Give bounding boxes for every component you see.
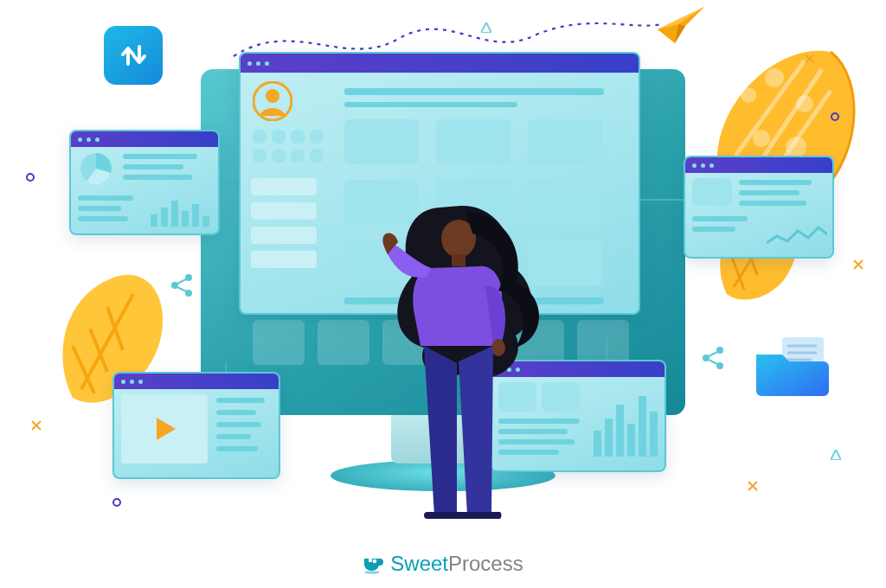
svg-point-49 [364,571,380,573]
svg-point-3 [741,87,756,103]
bar-chart-icon [151,195,211,228]
brand-text-sweet: Sweet [390,552,448,575]
brand-text-process: Process [448,552,523,575]
svg-line-33 [709,352,717,356]
swap-arrows-icon [116,38,151,73]
svg-rect-19 [594,431,601,457]
dashboard-tile[interactable] [344,119,419,164]
share-icon [170,273,194,297]
svg-rect-22 [627,424,635,457]
video-thumbnail[interactable] [121,394,208,463]
cross-icon [748,481,758,491]
svg-point-47 [369,559,373,563]
svg-rect-12 [171,201,178,227]
svg-rect-21 [616,405,624,457]
circle-icon [112,498,121,507]
triangle-icon [831,450,841,460]
svg-marker-46 [831,450,841,460]
svg-rect-24 [650,412,658,457]
dashboard-tile[interactable] [528,119,602,164]
circle-icon [831,112,839,121]
svg-point-17 [266,89,279,103]
cup-icon [363,555,385,579]
bar-chart-icon [594,386,658,458]
window-video[interactable] [112,372,280,479]
pie-chart-icon [78,150,114,187]
circle-icon [26,173,35,182]
dashboard-tile[interactable] [436,119,510,164]
svg-rect-10 [151,214,157,227]
cross-icon [805,54,815,64]
svg-point-5 [796,95,813,112]
share-icon [701,346,725,370]
svg-rect-23 [639,396,646,457]
illustration-stage: { "brand": { "part1": "Sweet", "part2": … [0,0,886,588]
svg-marker-42 [481,22,491,33]
cross-icon [31,420,42,431]
svg-point-48 [373,559,377,564]
brand-logo: SweetProcess [0,552,886,579]
svg-marker-18 [157,418,176,440]
person-illustration [363,190,554,519]
triangle-icon [481,22,491,33]
window-report[interactable] [684,156,834,259]
svg-point-43 [27,174,34,181]
svg-rect-13 [182,211,189,227]
sparkline-icon [767,222,827,252]
svg-rect-15 [202,216,209,227]
svg-rect-40 [452,254,465,266]
svg-point-45 [831,113,838,120]
folder-icon [753,337,831,398]
swap-badge [104,26,163,85]
svg-point-7 [786,137,806,157]
svg-rect-20 [605,419,613,457]
cross-icon [853,259,864,270]
window-analytics[interactable] [69,130,220,235]
svg-point-44 [113,499,120,506]
svg-point-4 [765,68,784,87]
svg-line-28 [177,279,186,284]
paper-plane-icon [656,5,706,45]
window-titlebar [71,131,218,147]
svg-point-41 [491,339,505,356]
svg-line-34 [709,360,717,364]
svg-rect-11 [161,208,168,227]
svg-rect-14 [192,204,199,227]
play-icon [150,414,179,444]
avatar-icon [253,81,292,121]
svg-line-29 [177,287,186,291]
svg-point-6 [753,130,770,147]
